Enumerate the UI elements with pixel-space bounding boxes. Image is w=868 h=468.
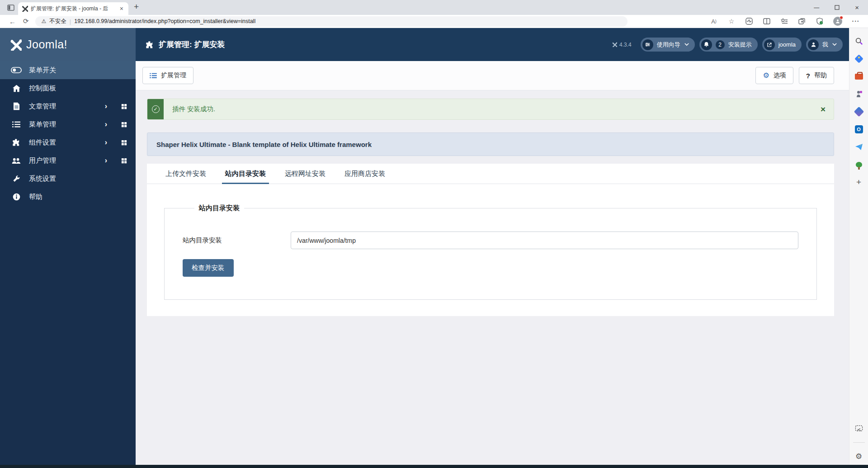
browser-url-bar: ← ⟳ ⚠ 不安全 | 192.168.0.99/administrator/i… bbox=[0, 15, 868, 28]
tab-title: 扩展管理: 扩展安装 - joomla - 后 bbox=[31, 5, 116, 13]
alert-close-icon[interactable]: × bbox=[821, 105, 826, 113]
install-form: 站内目录安装 站内目录安装 检查并安装 bbox=[147, 184, 834, 316]
joomla-favicon bbox=[22, 5, 28, 12]
tab-close-icon[interactable]: × bbox=[118, 5, 125, 12]
grid-icon[interactable] bbox=[121, 121, 127, 128]
split-screen-icon[interactable] bbox=[763, 17, 771, 25]
check-and-install-button[interactable]: 检查并安装 bbox=[183, 259, 234, 277]
page-title: 扩展管理: 扩展安装 bbox=[146, 39, 225, 50]
extension-shield-icon[interactable] bbox=[816, 17, 824, 25]
toggle-icon bbox=[11, 67, 22, 73]
screen: 扩展管理: 扩展安装 - joomla - 后 × + — × ← ⟳ ⚠ 不安… bbox=[0, 0, 868, 468]
alert-message: 插件 安装成功. bbox=[164, 99, 821, 119]
bell-icon bbox=[701, 39, 712, 50]
sidebar-item-components[interactable]: 组件设置 › bbox=[0, 133, 136, 151]
url-text[interactable]: 192.168.0.99/administrator/index.php?opt… bbox=[74, 18, 255, 24]
maximize-icon[interactable] bbox=[835, 5, 840, 10]
user-menu-button[interactable]: 我 bbox=[806, 38, 843, 52]
chevron-right-icon: › bbox=[105, 102, 107, 110]
more-menu-icon[interactable]: ··· bbox=[852, 17, 860, 25]
address-bar[interactable]: ⚠ 不安全 | 192.168.0.99/administrator/index… bbox=[35, 16, 627, 27]
screenshot-tool-icon[interactable] bbox=[854, 424, 864, 434]
chevron-right-icon: › bbox=[105, 120, 107, 128]
joomla-header: 扩展管理: 扩展安装 4.3.4 使用向导 bbox=[136, 28, 849, 61]
manage-extensions-button[interactable]: 扩展管理 bbox=[142, 67, 193, 84]
sidebar-menu: 菜单开关 控制面板 文章管理 › bbox=[0, 61, 136, 206]
new-tab-button[interactable]: + bbox=[134, 2, 139, 12]
security-label[interactable]: 不安全 bbox=[49, 18, 66, 25]
wrench-icon bbox=[11, 175, 22, 183]
caret-down-icon bbox=[832, 43, 837, 46]
tab-upload-package[interactable]: 上传文件安装 bbox=[156, 164, 216, 184]
toolbox-icon[interactable] bbox=[854, 71, 864, 81]
messages-button[interactable]: 2 安装提示 bbox=[699, 38, 758, 52]
sliders-icon bbox=[642, 39, 653, 50]
sidebar-item-help[interactable]: 帮助 bbox=[0, 188, 136, 206]
check-circle-icon: ✓ bbox=[147, 99, 164, 119]
sidebar-item-articles[interactable]: 文章管理 › bbox=[0, 97, 136, 115]
message-count-badge: 2 bbox=[716, 40, 725, 49]
window-controls: — × bbox=[814, 4, 868, 11]
list-icon bbox=[150, 73, 157, 79]
taskbar-strip bbox=[0, 465, 868, 468]
sidebar-item-users[interactable]: 用户管理 › bbox=[0, 151, 136, 170]
browser-tab[interactable]: 扩展管理: 扩展安装 - joomla - 后 × bbox=[18, 2, 128, 15]
tab-install-from-web[interactable]: 应用商店安装 bbox=[335, 164, 395, 184]
profile-avatar[interactable] bbox=[833, 17, 842, 26]
grid-icon[interactable] bbox=[121, 139, 127, 146]
folder-install-fieldset: 站内目录安装 站内目录安装 检查并安装 bbox=[164, 204, 817, 300]
minimize-icon[interactable]: — bbox=[814, 5, 819, 11]
drop-icon[interactable] bbox=[854, 142, 864, 152]
tab-actions-icon[interactable] bbox=[7, 4, 14, 11]
sidebar-search-icon[interactable] bbox=[854, 36, 864, 46]
installer-tabs: 上传文件安装 站内目录安装 远程网址安装 应用商店安装 bbox=[147, 164, 834, 184]
fieldset-legend: 站内目录安装 bbox=[194, 204, 244, 213]
users-icon bbox=[11, 157, 22, 164]
notification-dot bbox=[840, 16, 843, 19]
add-sidebar-item-icon[interactable]: + bbox=[854, 177, 864, 187]
list-icon bbox=[11, 121, 22, 128]
chevron-right-icon: › bbox=[105, 156, 107, 165]
joomla-sidebar: Joomla! 菜单开关 控制面板 bbox=[0, 28, 136, 465]
close-window-icon[interactable]: × bbox=[855, 4, 859, 11]
content-area: ✓ 插件 安装成功. × Shaper Helix Ultimate - Bla… bbox=[136, 90, 849, 465]
edge-sidebar-rail: O + ⚙ bbox=[849, 28, 868, 465]
joomla-version: 4.3.4 bbox=[612, 42, 632, 48]
caret-down-icon bbox=[684, 43, 689, 46]
tab-install-from-url[interactable]: 远程网址安装 bbox=[275, 164, 335, 184]
favorite-star-icon[interactable]: ☆ bbox=[727, 17, 736, 25]
gear-icon: ⚙ bbox=[763, 72, 769, 79]
refresh-icon[interactable]: ⟳ bbox=[23, 17, 29, 25]
collections-icon[interactable] bbox=[798, 17, 806, 25]
games-icon[interactable] bbox=[854, 89, 864, 99]
favorites-bar-icon[interactable] bbox=[780, 17, 788, 25]
tab-install-from-folder[interactable]: 站内目录安装 bbox=[216, 164, 275, 184]
shopping-icon[interactable] bbox=[854, 54, 864, 64]
sidebar-item-menus[interactable]: 菜单管理 › bbox=[0, 115, 136, 133]
folder-field-label: 站内目录安装 bbox=[183, 236, 291, 245]
browser-essentials-icon[interactable] bbox=[745, 17, 753, 25]
sidebar-item-system[interactable]: 系统设置 bbox=[0, 170, 136, 188]
info-icon bbox=[11, 193, 22, 201]
guided-tour-button[interactable]: 使用向导 bbox=[641, 38, 695, 52]
sidebar-settings-icon[interactable]: ⚙ bbox=[854, 451, 864, 461]
grid-icon[interactable] bbox=[121, 103, 127, 110]
read-aloud-icon[interactable]: A) bbox=[710, 17, 718, 25]
help-button[interactable]: ? 帮助 bbox=[799, 67, 834, 84]
sidebar-item-dashboard[interactable]: 控制面板 bbox=[0, 79, 136, 97]
back-icon[interactable]: ← bbox=[9, 18, 16, 25]
home-icon bbox=[11, 85, 22, 92]
grow-tree-icon[interactable] bbox=[854, 160, 864, 170]
m365-icon[interactable] bbox=[854, 107, 864, 117]
install-folder-input[interactable] bbox=[291, 232, 798, 249]
grid-icon[interactable] bbox=[121, 157, 127, 164]
extension-title-panel: Shaper Helix Ultimate - Blank template o… bbox=[147, 132, 834, 156]
toolbar: 扩展管理 ⚙ 选项 ? 帮助 bbox=[136, 61, 849, 90]
question-icon: ? bbox=[806, 72, 810, 80]
outlook-icon[interactable]: O bbox=[854, 124, 864, 134]
sidebar-item-menu-toggle[interactable]: 菜单开关 bbox=[0, 61, 136, 79]
options-button[interactable]: ⚙ 选项 bbox=[755, 67, 793, 84]
joomla-logo-text: Joomla! bbox=[26, 38, 67, 51]
preview-site-button[interactable]: joomla bbox=[762, 38, 802, 52]
external-link-icon bbox=[764, 39, 775, 50]
